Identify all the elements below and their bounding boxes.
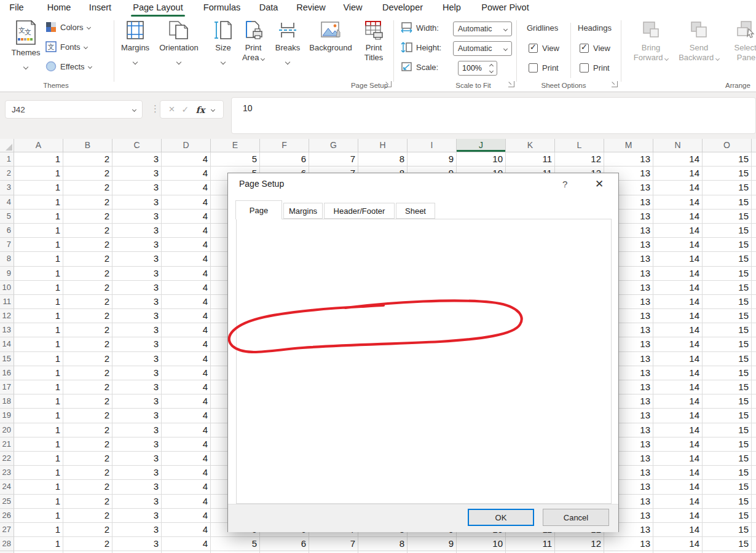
ribbon-tab-formulas[interactable]: Formulas — [203, 2, 240, 12]
row-header-7[interactable]: 7 — [0, 238, 14, 252]
grid-cell-A11[interactable]: 1 — [14, 295, 63, 309]
grid-cell-D19[interactable]: 4 — [162, 409, 211, 423]
sheet-options-dialog-launcher[interactable] — [612, 81, 618, 87]
grid-cell-N27[interactable]: 14 — [653, 523, 703, 537]
grid-cell-D2[interactable]: 4 — [162, 167, 211, 181]
grid-cell-partial[interactable] — [752, 295, 756, 309]
grid-cell-B16[interactable]: 2 — [63, 366, 112, 380]
grid-cell-partial[interactable] — [752, 252, 756, 266]
grid-cell-C6[interactable]: 3 — [112, 224, 162, 238]
row-header-23[interactable]: 23 — [0, 466, 14, 480]
grid-cell-partial[interactable] — [752, 437, 756, 452]
row-header-13[interactable]: 13 — [0, 323, 14, 337]
grid-cell-J28[interactable]: 10 — [457, 537, 506, 551]
grid-cell-O6[interactable]: 15 — [703, 224, 752, 238]
fonts-button[interactable]: 文 Fonts — [45, 41, 87, 52]
grid-cell-C16[interactable]: 3 — [112, 366, 162, 380]
grid-cell-B25[interactable]: 2 — [63, 495, 112, 509]
grid-cell-C21[interactable]: 3 — [112, 437, 162, 452]
grid-cell-A24[interactable]: 1 — [14, 480, 63, 494]
grid-cell-A10[interactable]: 1 — [14, 281, 63, 295]
grid-cell-A7[interactable]: 1 — [14, 238, 63, 252]
themes-button[interactable]: 文 文 Themes — [9, 20, 43, 71]
ok-button[interactable]: OK — [468, 509, 534, 526]
size-button[interactable]: Size — [209, 20, 237, 66]
grid-cell-O8[interactable]: 15 — [703, 252, 752, 266]
tab-page[interactable]: Page — [235, 200, 282, 219]
row-header-28[interactable]: 28 — [0, 537, 14, 551]
grid-cell-partial[interactable] — [752, 509, 756, 523]
grid-cell-L1[interactable]: 12 — [555, 152, 604, 167]
grid-cell-B10[interactable]: 2 — [63, 281, 112, 295]
column-header-A[interactable]: A — [14, 139, 63, 152]
grid-cell-partial[interactable] — [752, 537, 756, 551]
row-header-20[interactable]: 20 — [0, 423, 14, 437]
ribbon-tab-page-layout[interactable]: Page Layout — [133, 2, 183, 12]
grid-cell-partial[interactable] — [752, 409, 756, 423]
grid-cell-D25[interactable]: 4 — [162, 495, 211, 509]
grid-cell-O10[interactable]: 15 — [703, 281, 752, 295]
row-header-5[interactable]: 5 — [0, 210, 14, 224]
grid-cell-H28[interactable]: 8 — [358, 537, 408, 551]
headings-view-checkbox[interactable]: View — [580, 44, 610, 53]
grid-cell-O24[interactable]: 15 — [703, 480, 752, 494]
grid-cell-partial[interactable] — [752, 452, 756, 466]
gridlines-print-checkbox[interactable]: Print — [529, 63, 559, 73]
row-header-22[interactable]: 22 — [0, 452, 14, 466]
row-header-4[interactable]: 4 — [0, 195, 14, 210]
grid-cell-F1[interactable]: 6 — [260, 152, 309, 167]
grid-cell-N24[interactable]: 14 — [653, 480, 703, 494]
grid-cell-A14[interactable]: 1 — [14, 337, 63, 351]
column-header-I[interactable]: I — [408, 139, 457, 152]
grid-cell-M1[interactable]: 13 — [604, 152, 653, 167]
grid-cell-B4[interactable]: 2 — [63, 195, 112, 210]
grid-cell-G1[interactable]: 7 — [309, 152, 358, 167]
grid-cell-N7[interactable]: 14 — [653, 238, 703, 252]
grid-cell-H1[interactable]: 8 — [358, 152, 408, 167]
grid-cell-F28[interactable]: 6 — [260, 537, 309, 551]
grid-cell-I28[interactable]: 9 — [408, 537, 457, 551]
grid-cell-B19[interactable]: 2 — [63, 409, 112, 423]
grid-cell-N14[interactable]: 14 — [653, 337, 703, 351]
grid-cell-partial[interactable] — [752, 152, 756, 167]
grid-cell-A5[interactable]: 1 — [14, 210, 63, 224]
row-header-26[interactable]: 26 — [0, 509, 14, 523]
grid-cell-C5[interactable]: 3 — [112, 210, 162, 224]
grid-cell-A15[interactable]: 1 — [14, 352, 63, 366]
grid-cell-J1[interactable]: 10 — [457, 152, 506, 167]
width-combobox[interactable]: Automatic — [453, 22, 512, 36]
grid-cell-partial[interactable] — [752, 466, 756, 480]
grid-cell-O2[interactable]: 15 — [703, 167, 752, 181]
grid-cell-C22[interactable]: 3 — [112, 452, 162, 466]
grid-cell-N16[interactable]: 14 — [653, 366, 703, 380]
column-header-D[interactable]: D — [162, 139, 211, 152]
formula-input[interactable]: 10 — [231, 97, 756, 134]
grid-cell-O22[interactable]: 15 — [703, 452, 752, 466]
print-titles-button[interactable]: Print Titles — [359, 20, 388, 63]
grid-cell-A1[interactable]: 1 — [14, 152, 63, 167]
grid-cell-B6[interactable]: 2 — [63, 224, 112, 238]
grid-cell-C7[interactable]: 3 — [112, 238, 162, 252]
background-button[interactable]: Background — [306, 20, 355, 53]
chevron-down-icon[interactable] — [211, 107, 215, 111]
grid-cell-A18[interactable]: 1 — [14, 394, 63, 409]
grid-cell-partial[interactable] — [752, 366, 756, 380]
grid-cell-partial[interactable] — [752, 380, 756, 394]
grid-cell-A23[interactable]: 1 — [14, 466, 63, 480]
grid-cell-partial[interactable] — [752, 352, 756, 366]
grid-cell-O20[interactable]: 15 — [703, 423, 752, 437]
grid-cell-A12[interactable]: 1 — [14, 309, 63, 323]
grid-cell-B24[interactable]: 2 — [63, 480, 112, 494]
grid-cell-C14[interactable]: 3 — [112, 337, 162, 351]
grid-cell-partial[interactable] — [752, 167, 756, 181]
grid-cell-D15[interactable]: 4 — [162, 352, 211, 366]
grid-cell-B20[interactable]: 2 — [63, 423, 112, 437]
effects-button[interactable]: Effects — [45, 61, 92, 72]
grid-cell-D14[interactable]: 4 — [162, 337, 211, 351]
tab-header-footer[interactable]: Header/Footer — [324, 203, 395, 219]
grid-cell-C3[interactable]: 3 — [112, 181, 162, 195]
grid-cell-B22[interactable]: 2 — [63, 452, 112, 466]
grid-cell-A17[interactable]: 1 — [14, 380, 63, 394]
grid-cell-N26[interactable]: 14 — [653, 509, 703, 523]
grid-cell-A28[interactable]: 1 — [14, 537, 63, 551]
